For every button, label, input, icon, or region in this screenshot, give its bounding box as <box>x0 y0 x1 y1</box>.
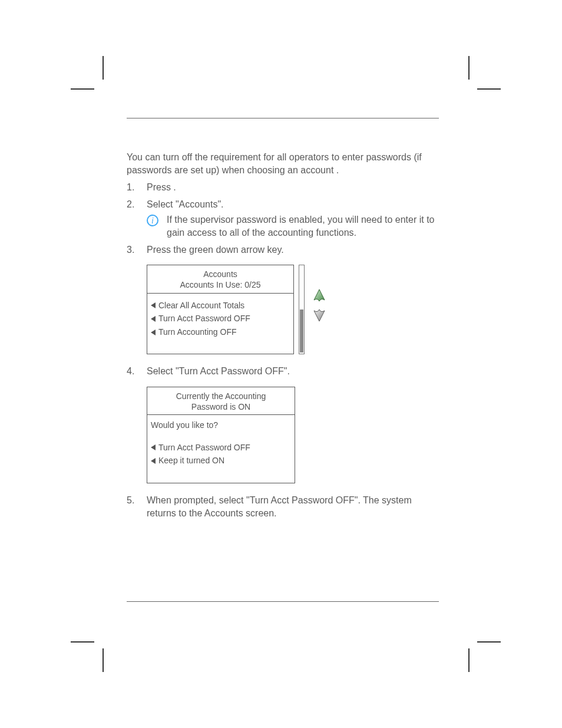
screen-1-subtitle: Accounts In Use: 0/25 <box>151 279 290 290</box>
screen-1: Accounts Accounts In Use: 0/25 Clear All… <box>147 265 294 354</box>
step-4: Select "Turn Acct Password OFF". Current… <box>127 365 439 483</box>
screen-2-title: Currently the Accounting <box>151 391 291 401</box>
note-text: If the supervisor password is enabled, y… <box>167 213 439 240</box>
info-icon: i <box>147 215 158 226</box>
triangle-left-icon <box>151 458 156 464</box>
menu-item-label: Turn Accounting OFF <box>158 327 237 338</box>
crop-mark <box>71 88 94 90</box>
menu-item[interactable]: Keep it turned ON <box>151 455 291 467</box>
step-text: Select "Accounts". <box>147 199 224 209</box>
menu-item[interactable]: Turn Acct Password OFF <box>151 313 290 325</box>
menu-item-label: Keep it turned ON <box>158 455 224 467</box>
arrow-down-icon[interactable] <box>313 308 326 322</box>
crop-mark <box>468 56 470 80</box>
screen-1-wrap: Accounts Accounts In Use: 0/25 Clear All… <box>147 265 439 354</box>
crop-mark <box>71 641 94 643</box>
screen-2: Currently the Accounting Password is ON … <box>147 387 295 483</box>
menu-item[interactable]: Clear All Account Totals <box>151 300 290 312</box>
step-list: Press . Select "Accounts". i If the supe… <box>127 181 439 520</box>
triangle-left-icon <box>151 330 156 335</box>
menu-item[interactable]: Turn Acct Password OFF <box>151 442 291 454</box>
step-2: Select "Accounts". i If the supervisor p… <box>127 198 439 240</box>
step-text: Select "Turn Acct Password OFF". <box>147 366 290 376</box>
triangle-left-icon <box>151 444 156 450</box>
bottom-rule <box>127 601 439 602</box>
screen-2-header: Currently the Accounting Password is ON <box>147 387 295 415</box>
crop-mark <box>103 648 104 672</box>
menu-item[interactable]: Turn Accounting OFF <box>151 327 290 338</box>
screen-1-title: Accounts <box>151 269 290 279</box>
crop-mark <box>477 88 501 90</box>
menu-item-label: Turn Acct Password OFF <box>158 313 250 325</box>
menu-item-label: Turn Acct Password OFF <box>158 442 250 454</box>
step-5: When prompted, select "Turn Acct Passwor… <box>127 494 439 521</box>
step-3: Press the green down arrow key. Accounts… <box>127 243 439 355</box>
step-1: Press . <box>127 181 439 194</box>
note-block: i If the supervisor password is enabled,… <box>147 213 439 240</box>
crop-mark <box>477 641 501 643</box>
menu-item-label: Clear All Account Totals <box>158 300 244 312</box>
nav-arrows <box>313 288 326 322</box>
triangle-left-icon <box>151 302 156 308</box>
crop-mark <box>468 648 470 672</box>
intro-text: You can turn off the requirement for all… <box>127 151 439 176</box>
crop-mark <box>103 56 104 80</box>
scrollbar-thumb[interactable] <box>300 309 303 353</box>
screen-2-subtitle: Password is ON <box>151 401 291 412</box>
step-text: . <box>173 182 176 192</box>
arrow-up-icon[interactable] <box>313 288 326 302</box>
step-text: When prompted, select "Turn Acct Passwor… <box>147 495 412 518</box>
screen-2-prompt: Would you like to? <box>151 420 291 431</box>
scrollbar[interactable] <box>299 265 305 354</box>
content-area: You can turn off the requirement for all… <box>127 118 439 524</box>
screen-2-body: Would you like to? Turn Acct Password OF… <box>147 415 295 483</box>
step-text: Press the green down arrow key. <box>147 245 284 255</box>
step-text: Press <box>147 182 173 192</box>
top-rule <box>127 118 439 118</box>
page: You can turn off the requirement for all… <box>0 0 562 728</box>
screen-1-header: Accounts Accounts In Use: 0/25 <box>147 265 293 293</box>
screen-1-body: Clear All Account Totals Turn Acct Passw… <box>147 294 293 354</box>
triangle-left-icon <box>151 316 156 322</box>
